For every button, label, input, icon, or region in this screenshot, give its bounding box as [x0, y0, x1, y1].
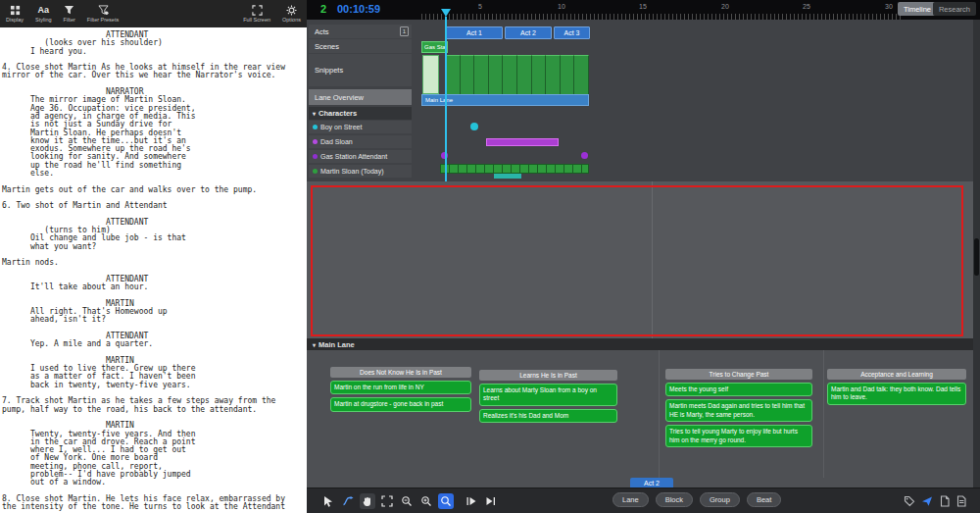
send-button[interactable] — [920, 494, 934, 508]
snippet-block[interactable] — [503, 55, 517, 94]
ruler-ticks — [421, 14, 904, 20]
ruler-tick-label: 30 — [885, 3, 893, 10]
snippet-block[interactable] — [489, 55, 504, 94]
screenplay-text[interactable]: ATTENDANT (looks over his shoulder) I he… — [0, 27, 307, 513]
main-lane-section-header[interactable]: Main Lane — [307, 338, 973, 350]
beat-card[interactable]: Meets the young self — [665, 383, 812, 396]
beat-button[interactable]: Beat — [747, 492, 781, 507]
beat-group-title[interactable]: Does Not Know He Is in Past — [330, 367, 471, 378]
document-icon — [956, 495, 967, 507]
play-from-start-button[interactable] — [464, 493, 479, 509]
pointer-tool-button[interactable] — [320, 493, 336, 509]
snippet-block[interactable] — [517, 55, 532, 94]
beat-group[interactable]: Tries to Change Past Meets the young sel… — [665, 369, 812, 447]
lane-button[interactable]: Lane — [612, 492, 649, 507]
block-button[interactable]: Block — [656, 492, 693, 507]
character-row-dad-sloan[interactable]: Dad Sloan — [309, 135, 412, 148]
snippet-block[interactable] — [446, 55, 461, 94]
tab-timeline[interactable]: Timeline — [898, 2, 937, 16]
app-window: Display Aa Styling Filter Filter Presets… — [0, 0, 980, 513]
group-button[interactable]: Group — [700, 492, 740, 507]
tag-button[interactable] — [903, 494, 916, 508]
zoom-area-button-active[interactable] — [438, 493, 454, 509]
act-bar-3[interactable]: Act 3 — [554, 26, 590, 39]
sidebar-item-lane-overview[interactable]: Lane Overview — [309, 89, 412, 105]
filter-button[interactable]: Filter — [64, 5, 75, 23]
character-marker-teal-segment[interactable] — [494, 174, 521, 179]
display-button[interactable]: Display — [6, 5, 24, 23]
beat-group-title[interactable]: Tries to Change Past — [665, 369, 812, 380]
character-name: Boy on Street — [320, 124, 362, 130]
timeline-topbar: 2 00:10:59 5 10 15 20 25 30 Timeline Res… — [307, 0, 980, 20]
connector-tool-button[interactable] — [340, 493, 356, 509]
character-marker-attendant[interactable] — [581, 152, 588, 159]
beat-group[interactable]: Learns He Is in Past Learns about Marty … — [479, 370, 617, 423]
ruler-tick-label: 25 — [803, 3, 810, 10]
hand-icon — [362, 495, 373, 507]
beat-card[interactable]: Martin meets Dad again and tries to tell… — [665, 399, 812, 422]
add-element-buttons: Lane Block Group Beat — [612, 492, 781, 507]
hand-tool-button[interactable] — [360, 493, 375, 509]
note-button[interactable] — [938, 494, 952, 508]
snippet-block[interactable] — [461, 55, 475, 94]
beat-card[interactable]: Martin on the run from life in NY — [330, 381, 471, 394]
character-marker-dad-sloan[interactable] — [486, 138, 559, 146]
beat-card[interactable]: Tries to tell young Marty to enjoy life … — [665, 425, 812, 447]
snippet-block[interactable] — [474, 55, 489, 94]
snippet-block[interactable] — [574, 55, 589, 94]
beat-group[interactable]: Acceptance and Learning Martin and Dad t… — [827, 369, 966, 405]
zoom-out-icon — [401, 495, 413, 507]
act-bar-1[interactable]: Act 1 — [446, 26, 503, 39]
main-lane-header-label: Main Lane — [318, 340, 355, 349]
character-marker-martin-sloan[interactable] — [440, 164, 589, 174]
act-bar-2[interactable]: Act 2 — [505, 26, 552, 39]
playhead-line[interactable] — [445, 17, 447, 181]
beat-group-title[interactable]: Learns He Is in Past — [479, 370, 617, 381]
sidebar-item-scenes[interactable]: Scenes — [309, 39, 412, 53]
beat-card[interactable]: Learns about Marty Sloan from a boy on s… — [479, 384, 617, 406]
scene-block-gas-station[interactable]: Gas Sta — [421, 41, 448, 53]
play-from-icon — [466, 495, 477, 507]
character-color-dot — [313, 169, 318, 174]
character-row-boy-on-street[interactable]: Boy on Street — [309, 121, 412, 133]
document-button[interactable] — [955, 494, 968, 508]
snippet-block[interactable] — [561, 55, 575, 94]
character-name: Martin Sloan (Today) — [320, 168, 384, 175]
options-label: Options — [282, 17, 301, 23]
characters-section-header[interactable]: Characters — [309, 107, 412, 120]
beat-card[interactable]: Martin and Dad talk: they both know. Dad… — [827, 383, 966, 405]
character-row-gas-station-attendant[interactable]: Gas Station Attendant — [309, 150, 412, 163]
styling-button[interactable]: Aa Styling — [35, 5, 52, 23]
zoom-in-button[interactable] — [418, 493, 434, 509]
character-name: Gas Station Attendant — [320, 153, 387, 160]
beat-card[interactable]: Realizes it's his Dad and Mom — [479, 409, 617, 423]
character-color-dot — [313, 125, 318, 129]
character-row-martin-sloan-today[interactable]: Martin Sloan (Today) — [309, 165, 412, 178]
timeline-pane: 2 00:10:59 5 10 15 20 25 30 Timeline Res… — [307, 0, 980, 513]
go-to-end-button[interactable] — [483, 493, 499, 509]
snippet-block[interactable] — [532, 55, 547, 94]
tag-icon — [904, 495, 915, 507]
scrollbar-handle[interactable] — [974, 238, 979, 276]
beat-card[interactable]: Martin at drugstore - gone back in past — [330, 397, 471, 411]
snippet-block[interactable] — [546, 55, 561, 94]
sidebar-item-acts[interactable]: Acts 1 — [309, 25, 412, 38]
character-marker-boy-on-street[interactable] — [470, 123, 478, 130]
snippet-column-highlight[interactable] — [422, 55, 439, 94]
options-button[interactable]: Options — [282, 5, 301, 23]
zoom-fit-button[interactable] — [379, 493, 395, 509]
tab-research[interactable]: Research — [933, 2, 976, 16]
sidebar-item-snippets[interactable]: Snippets — [309, 54, 412, 86]
beat-group-title[interactable]: Acceptance and Learning — [827, 369, 966, 380]
styling-aa-icon: Aa — [38, 5, 50, 16]
filter-label: Filter — [64, 17, 75, 23]
playhead-marker[interactable] — [441, 9, 451, 17]
act-2-bottom-label[interactable]: Act 2 — [630, 478, 673, 487]
act-divider-line — [823, 350, 824, 478]
characters-header-label: Characters — [318, 109, 357, 118]
beat-group[interactable]: Does Not Know He Is in Past Martin on th… — [330, 367, 471, 412]
full-screen-button[interactable]: Full Screen — [243, 5, 270, 23]
snippets-grid[interactable] — [446, 55, 589, 94]
filter-presets-button[interactable]: Filter Presets — [87, 5, 119, 23]
zoom-out-button[interactable] — [399, 493, 415, 509]
